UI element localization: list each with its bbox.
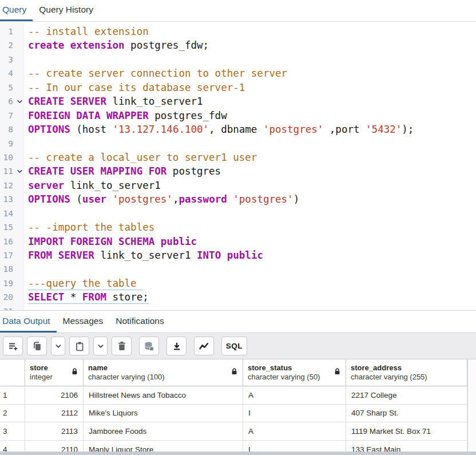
code-line[interactable]: 4-- create server connection to other se… — [0, 66, 476, 80]
cell-store-address[interactable]: 133 East Main — [346, 441, 467, 452]
column-header-text: storeinteger — [30, 363, 69, 382]
cell-store[interactable]: 2113 — [25, 422, 84, 440]
column-header-store_address[interactable]: store_addresscharacter varying (255) — [346, 359, 467, 386]
code-line[interactable]: 3 — [0, 53, 476, 66]
code-line[interactable]: 11CREATE USER MAPPING FOR postgres — [0, 164, 476, 178]
fold-gutter — [15, 53, 24, 66]
cell-store-address[interactable]: 407 Sharp St. — [346, 405, 467, 422]
cell-store-address[interactable]: 2217 College — [346, 386, 467, 404]
row-number-cell[interactable]: 4 — [0, 441, 25, 452]
cell-store[interactable]: 2112 — [25, 405, 84, 422]
row-number-cell[interactable]: 3 — [0, 422, 25, 440]
fold-gutter — [15, 248, 24, 262]
code-line[interactable]: 18 — [0, 262, 476, 276]
code-text: OPTIONS (user 'postgres',password 'postg… — [24, 192, 476, 206]
token-plain — [227, 193, 233, 205]
code-text: FOREIGN DATA WRAPPER postgres_fdw — [24, 109, 476, 122]
token-comment: -- install extension — [28, 26, 149, 37]
code-line[interactable]: 21 — [0, 304, 476, 310]
chevron-down-icon — [96, 342, 105, 351]
cell-name[interactable]: Hillstreet News and Tobacco — [84, 386, 243, 404]
table-row: 32113Jamboree FoodsA1119 Market St. Box … — [0, 422, 467, 441]
cell-store-status[interactable]: I — [243, 405, 346, 422]
executed-query-underline: SELECT * FROM store; — [28, 291, 149, 304]
column-header-store_status[interactable]: store_statuscharacter varying (50) — [243, 359, 346, 386]
code-line[interactable]: 16IMPORT FOREIGN SCHEMA public — [0, 235, 476, 248]
code-line[interactable]: 8OPTIONS (host '13.127.146.100', dbname … — [0, 122, 476, 136]
grid-header-row: storeintegernamecharacter varying (100)s… — [0, 359, 467, 386]
save-results-button[interactable] — [166, 337, 187, 355]
column-header-name[interactable]: namecharacter varying (100) — [84, 359, 243, 386]
row-number-cell[interactable]: 1 — [0, 386, 25, 404]
cell-name[interactable]: Jamboree Foods — [84, 422, 243, 440]
code-line[interactable]: 17FROM SERVER link_to_server1 INTO publi… — [0, 248, 476, 262]
tab-messages[interactable]: Messages — [57, 311, 110, 333]
paste-dropdown-button[interactable] — [93, 337, 108, 355]
copy-button[interactable] — [27, 337, 47, 355]
cell-store-status[interactable]: I — [243, 441, 346, 452]
line-number: 21 — [0, 304, 15, 310]
line-number: 5 — [0, 81, 15, 94]
token-comment: -- create a local_user to server1 user — [28, 152, 257, 163]
vertical-scrollbar[interactable] — [467, 359, 476, 452]
code-line[interactable]: 15-- -import the tables — [0, 220, 476, 234]
code-line[interactable]: 7FOREIGN DATA WRAPPER postgres_fdw — [0, 109, 476, 122]
fold-gutter — [15, 262, 24, 276]
add-row-button[interactable] — [3, 337, 23, 355]
token-plain: , — [173, 193, 179, 205]
column-header-store[interactable]: storeinteger — [25, 359, 84, 386]
code-line[interactable]: 20SELECT * FROM store; — [0, 290, 476, 304]
fold-gutter — [15, 151, 24, 164]
cell-store-address[interactable]: 1119 Market St. Box 71 — [346, 422, 467, 440]
code-line[interactable]: 2create extension postgres_fdw; — [0, 38, 476, 52]
delete-row-button[interactable] — [112, 337, 132, 355]
code-line[interactable]: 1-- install extension — [0, 25, 476, 38]
paste-button[interactable] — [69, 337, 89, 355]
token-plain: postgres_fdw — [149, 110, 227, 121]
database-save-icon — [144, 341, 154, 351]
download-icon — [172, 341, 182, 351]
token-keyword: CREATE USER MAPPING FOR — [28, 165, 166, 177]
row-number-cell[interactable]: 2 — [0, 405, 25, 422]
copy-dropdown-button[interactable] — [51, 337, 65, 355]
token-keyword: server — [28, 180, 64, 191]
copy-icon — [32, 341, 42, 351]
save-data-changes-button[interactable] — [139, 337, 159, 355]
cell-name[interactable]: Mike's Liquors — [84, 405, 243, 422]
line-number: 9 — [0, 137, 15, 151]
grid-corner-cell[interactable] — [0, 359, 25, 386]
cell-name[interactable]: Manly Liquor Store — [84, 441, 243, 452]
column-type: character varying (100) — [88, 373, 228, 382]
graph-visualiser-button[interactable] — [194, 337, 214, 355]
fold-chevron-icon[interactable] — [15, 164, 24, 178]
token-plain: (host — [70, 124, 113, 135]
tab-query-history[interactable]: Query History — [33, 0, 100, 21]
cell-store[interactable]: 2110 — [25, 441, 84, 452]
code-line[interactable]: 12server link_to_server1 — [0, 179, 476, 192]
code-line[interactable]: 6CREATE SERVER link_to_server1 — [0, 94, 476, 108]
code-line[interactable]: 9 — [0, 137, 476, 151]
code-text: create extension postgres_fdw; — [24, 38, 476, 52]
cell-store[interactable]: 2106 — [25, 386, 84, 404]
code-text: -- -import the tables — [24, 220, 476, 234]
cell-store-status[interactable]: A — [243, 386, 346, 404]
code-text: SELECT * FROM store; — [24, 290, 476, 304]
column-name: store_address — [351, 363, 462, 373]
tab-query[interactable]: Query — [0, 0, 33, 21]
line-number: 12 — [0, 179, 15, 192]
code-line[interactable]: 5-- In our case its database server-1 — [0, 81, 476, 94]
tab-notifications[interactable]: Notifications — [109, 311, 170, 333]
cell-store-status[interactable]: A — [243, 422, 346, 440]
token-keyword: FOREIGN DATA WRAPPER — [28, 110, 149, 121]
code-line[interactable]: 19---query the table — [0, 276, 476, 290]
tab-data-output[interactable]: Data Output — [0, 311, 57, 333]
code-text: CREATE SERVER link_to_server1 — [24, 94, 476, 108]
code-line[interactable]: 13OPTIONS (user 'postgres',password 'pos… — [0, 192, 476, 206]
code-line[interactable]: 14 — [0, 207, 476, 220]
fold-chevron-icon[interactable] — [15, 94, 24, 108]
sql-macro-button[interactable]: SQL — [221, 337, 247, 355]
horizontal-scrollbar[interactable] — [0, 452, 476, 455]
sql-editor[interactable]: 1-- install extension2create extension p… — [0, 22, 476, 310]
code-line[interactable]: 10-- create a local_user to server1 user — [0, 151, 476, 164]
token-string: 'postgres' — [263, 124, 323, 135]
